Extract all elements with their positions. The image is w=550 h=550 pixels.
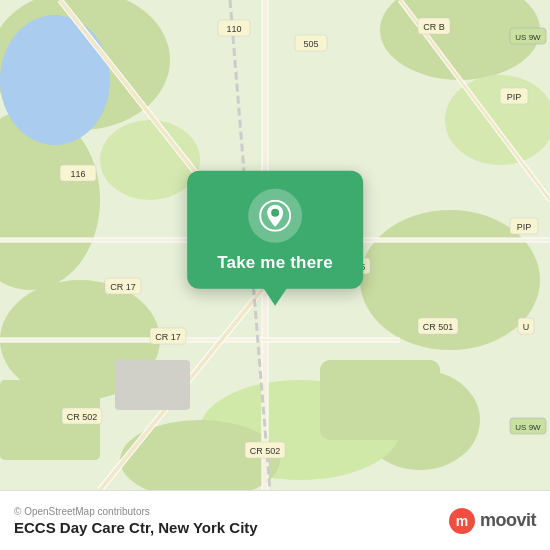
moovit-wordmark: moovit xyxy=(480,510,536,531)
take-me-there-button[interactable]: Take me there xyxy=(217,253,333,273)
footer: © OpenStreetMap contributors ECCS Day Ca… xyxy=(0,490,550,550)
footer-text-group: © OpenStreetMap contributors ECCS Day Ca… xyxy=(14,506,448,536)
svg-text:CR 502: CR 502 xyxy=(67,412,98,422)
svg-rect-57 xyxy=(115,360,190,410)
svg-point-59 xyxy=(271,209,279,217)
svg-text:m: m xyxy=(456,513,468,529)
svg-text:116: 116 xyxy=(70,169,85,179)
svg-point-13 xyxy=(0,15,110,145)
osm-credit: © OpenStreetMap contributors xyxy=(14,506,448,517)
svg-text:CR 17: CR 17 xyxy=(155,332,181,342)
location-icon-wrapper xyxy=(248,189,302,243)
svg-text:110: 110 xyxy=(226,24,241,34)
map-container: CR 17 CR 17 CR 505 505 110 116 US 9W PIP… xyxy=(0,0,550,490)
svg-text:US 9W: US 9W xyxy=(515,423,541,432)
svg-rect-11 xyxy=(320,360,440,440)
popup-card: Take me there xyxy=(187,171,363,289)
location-pin-icon xyxy=(259,200,291,232)
svg-text:CR 502: CR 502 xyxy=(250,446,281,456)
place-name: ECCS Day Care Ctr, New York City xyxy=(14,519,448,536)
svg-point-3 xyxy=(445,75,550,165)
svg-text:US 9W: US 9W xyxy=(515,33,541,42)
popup-pointer xyxy=(263,288,287,306)
moovit-logo-icon: m xyxy=(448,507,476,535)
svg-text:U: U xyxy=(523,322,530,332)
svg-text:CR B: CR B xyxy=(423,22,445,32)
popup-overlay: Take me there xyxy=(187,171,363,306)
svg-text:505: 505 xyxy=(303,39,318,49)
svg-text:PIP: PIP xyxy=(507,92,522,102)
svg-text:CR 17: CR 17 xyxy=(110,282,136,292)
svg-text:PIP: PIP xyxy=(517,222,532,232)
svg-text:CR 501: CR 501 xyxy=(423,322,454,332)
moovit-logo: m moovit xyxy=(448,507,536,535)
